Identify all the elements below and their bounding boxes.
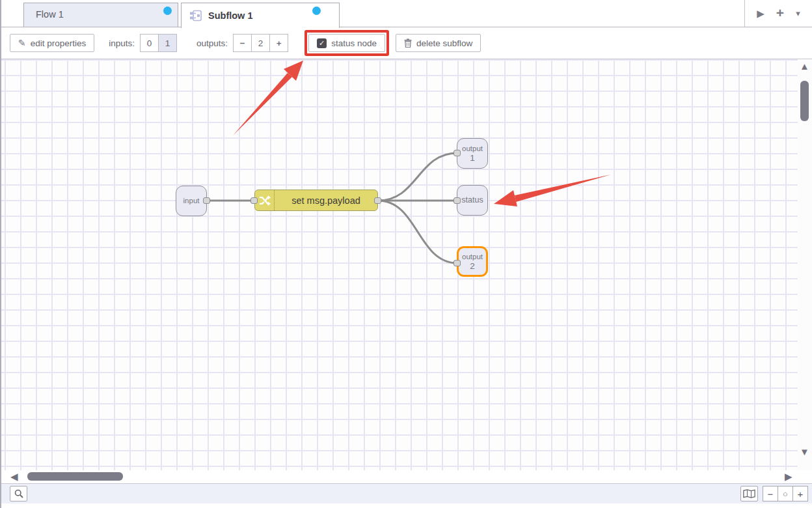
port-output2-in[interactable] xyxy=(453,260,461,266)
tab-flow-1[interactable]: Flow 1 xyxy=(23,3,178,27)
scroll-tabs-icon[interactable]: ▶ xyxy=(757,8,765,20)
zoom-reset-button[interactable]: ○ xyxy=(778,486,793,501)
node-set-msg-payload[interactable]: set msg.payload xyxy=(254,190,378,211)
edit-properties-button[interactable]: ✎ edit properties xyxy=(10,34,94,52)
search-button[interactable] xyxy=(10,486,27,501)
wire-change-to-output2 xyxy=(378,201,457,263)
workspace-footer: − ○ + xyxy=(1,483,812,503)
search-icon xyxy=(14,489,23,498)
change-node-icon-area xyxy=(255,190,275,210)
minimap-button[interactable] xyxy=(740,486,758,501)
unsaved-changes-dot xyxy=(312,7,321,15)
node-status[interactable]: status xyxy=(457,185,488,216)
zoom-in-button[interactable]: + xyxy=(792,486,808,501)
delete-subflow-button[interactable]: delete subflow xyxy=(396,34,481,52)
flow-tab-bar: Flow 1 Subflow 1 ▶ + ▾ xyxy=(1,0,812,27)
zoom-controls: − ○ + xyxy=(763,486,808,501)
node-output-2[interactable]: output 2 xyxy=(457,246,488,277)
tab-list-menu-icon[interactable]: ▾ xyxy=(796,8,800,18)
checkbox-checked-icon[interactable]: ✓ xyxy=(317,38,327,48)
vertical-scrollbar[interactable]: ▲ ▼ xyxy=(798,59,812,470)
tab-subflow-1[interactable]: Subflow 1 xyxy=(181,3,340,28)
annotation-arrow-to-status-checkbox xyxy=(233,61,303,135)
subflow-toolbar: ✎ edit properties inputs: 0 1 outputs: −… xyxy=(1,27,812,59)
inputs-toggle: 0 1 xyxy=(140,34,177,52)
outputs-value: 2 xyxy=(251,34,270,52)
scroll-down-icon[interactable]: ▼ xyxy=(800,446,809,457)
trash-icon xyxy=(404,38,412,48)
horizontal-scrollbar-thumb[interactable] xyxy=(27,472,123,481)
add-flow-icon[interactable]: + xyxy=(776,5,784,21)
node-input[interactable]: input xyxy=(176,186,207,216)
horizontal-scrollbar[interactable]: ◀ ▶ xyxy=(1,470,812,483)
unsaved-changes-dot xyxy=(163,7,172,15)
subflow-icon xyxy=(189,9,202,22)
zoom-out-button[interactable]: − xyxy=(763,486,778,501)
inputs-option-1[interactable]: 1 xyxy=(158,34,177,52)
bottom-strip xyxy=(1,503,812,508)
outputs-increment-button[interactable]: + xyxy=(269,34,288,52)
port-change-in[interactable] xyxy=(250,197,258,204)
inputs-option-0[interactable]: 0 xyxy=(140,34,159,52)
inputs-label: inputs: xyxy=(109,38,135,48)
tab-bar-actions: ▶ + ▾ xyxy=(744,0,812,27)
shuffle-icon xyxy=(259,195,271,206)
node-red-subflow-editor: Flow 1 Subflow 1 ▶ + ▾ xyxy=(0,0,812,508)
pencil-icon: ✎ xyxy=(18,38,26,48)
scroll-left-icon[interactable]: ◀ xyxy=(10,471,18,483)
port-status-in[interactable] xyxy=(453,197,461,204)
map-icon xyxy=(743,489,755,498)
port-output1-in[interactable] xyxy=(453,150,461,156)
tab-label: Flow 1 xyxy=(36,9,64,20)
tab-label: Subflow 1 xyxy=(208,10,252,21)
wire-change-to-output1 xyxy=(378,153,457,201)
scroll-right-icon[interactable]: ▶ xyxy=(785,471,792,483)
vertical-scrollbar-thumb[interactable] xyxy=(800,81,809,121)
change-node-label: set msg.payload xyxy=(275,195,377,206)
outputs-stepper: − 2 + xyxy=(233,34,288,52)
wires-layer xyxy=(1,59,812,470)
annotation-arrows-layer xyxy=(1,59,812,470)
flow-canvas[interactable]: input set msg.payload output 1 status xyxy=(1,59,812,470)
port-change-out[interactable] xyxy=(374,197,381,204)
scroll-up-icon[interactable]: ▲ xyxy=(800,61,809,72)
outputs-label: outputs: xyxy=(196,38,228,48)
port-input-out[interactable] xyxy=(203,197,210,204)
status-node-toggle-button[interactable]: ✓ status node xyxy=(308,34,385,52)
node-output-1[interactable]: output 1 xyxy=(457,138,488,169)
outputs-decrement-button[interactable]: − xyxy=(233,34,252,52)
annotation-arrow-to-status-node xyxy=(494,175,611,206)
annotation-box-status-node: ✓ status node xyxy=(304,30,389,56)
